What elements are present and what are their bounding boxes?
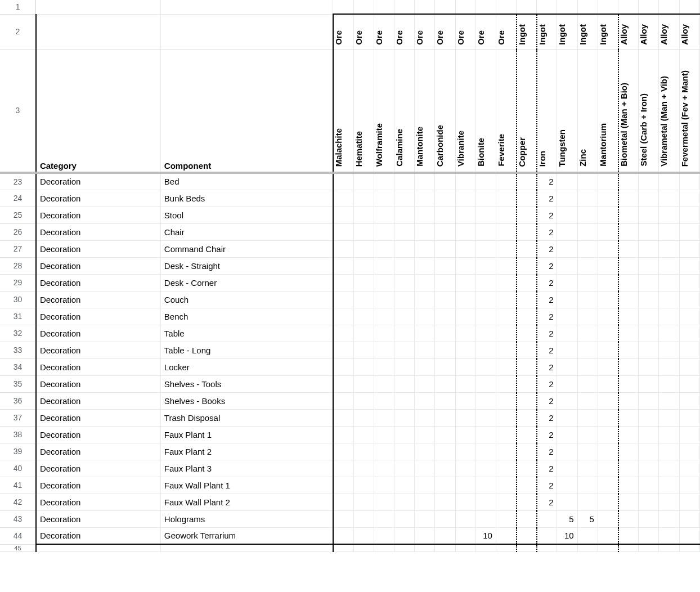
column-header-type[interactable]: Alloy xyxy=(659,14,679,49)
material-cell[interactable] xyxy=(394,308,414,325)
material-cell[interactable] xyxy=(496,223,516,240)
column-header-name[interactable]: Fevermetal (Fev + Mant) xyxy=(679,49,699,173)
cell[interactable] xyxy=(353,544,374,551)
material-cell[interactable] xyxy=(496,207,516,223)
material-cell[interactable] xyxy=(353,375,374,392)
material-cell[interactable] xyxy=(557,223,577,240)
material-cell[interactable] xyxy=(679,409,699,426)
category-cell[interactable]: Decoration xyxy=(36,358,160,375)
material-cell[interactable] xyxy=(557,274,577,291)
column-header-type[interactable]: Ingot xyxy=(598,14,618,49)
material-cell[interactable] xyxy=(598,308,618,325)
material-cell[interactable] xyxy=(394,460,414,477)
material-cell[interactable] xyxy=(496,460,516,477)
material-cell[interactable]: 2 xyxy=(537,358,557,375)
cell[interactable] xyxy=(618,544,639,551)
material-cell[interactable] xyxy=(537,527,557,544)
material-cell[interactable] xyxy=(598,342,618,358)
material-cell[interactable] xyxy=(374,527,394,544)
cell[interactable] xyxy=(374,0,394,14)
material-cell[interactable] xyxy=(455,190,475,207)
material-cell[interactable] xyxy=(455,494,475,510)
material-cell[interactable] xyxy=(415,223,435,240)
material-cell[interactable] xyxy=(517,494,537,510)
material-cell[interactable] xyxy=(659,494,679,510)
cell[interactable] xyxy=(659,0,679,14)
material-cell[interactable]: 2 xyxy=(537,223,557,240)
material-cell[interactable] xyxy=(598,358,618,375)
material-cell[interactable] xyxy=(557,443,577,460)
material-cell[interactable] xyxy=(598,375,618,392)
material-cell[interactable] xyxy=(475,240,496,257)
material-cell[interactable] xyxy=(415,477,435,494)
material-cell[interactable] xyxy=(415,207,435,223)
component-cell[interactable]: Faux Plant 2 xyxy=(160,443,333,460)
material-cell[interactable] xyxy=(639,460,659,477)
material-cell[interactable] xyxy=(353,342,374,358)
material-cell[interactable] xyxy=(415,308,435,325)
material-cell[interactable] xyxy=(415,527,435,544)
material-cell[interactable] xyxy=(659,240,679,257)
material-cell[interactable] xyxy=(455,426,475,443)
material-cell[interactable] xyxy=(618,375,639,392)
cell[interactable] xyxy=(455,0,475,14)
spreadsheet-table[interactable]: 12OreOreOreOreOreOreOreOreOreIngotIngotI… xyxy=(0,0,700,552)
material-cell[interactable] xyxy=(598,223,618,240)
material-cell[interactable] xyxy=(618,409,639,426)
material-cell[interactable] xyxy=(577,207,598,223)
material-cell[interactable] xyxy=(618,274,639,291)
material-cell[interactable] xyxy=(679,257,699,274)
category-cell[interactable]: Decoration xyxy=(36,426,160,443)
material-cell[interactable] xyxy=(374,257,394,274)
material-cell[interactable]: 10 xyxy=(557,527,577,544)
material-cell[interactable] xyxy=(455,358,475,375)
material-cell[interactable] xyxy=(659,358,679,375)
component-cell[interactable]: Bed xyxy=(160,173,333,190)
material-cell[interactable] xyxy=(577,325,598,342)
material-cell[interactable] xyxy=(598,274,618,291)
row-number[interactable]: 35 xyxy=(0,375,36,392)
cell[interactable] xyxy=(374,544,394,551)
material-cell[interactable] xyxy=(639,426,659,443)
material-cell[interactable] xyxy=(455,443,475,460)
material-cell[interactable] xyxy=(394,342,414,358)
row-number[interactable]: 1 xyxy=(0,0,36,14)
material-cell[interactable] xyxy=(394,207,414,223)
material-cell[interactable]: 2 xyxy=(537,240,557,257)
material-cell[interactable] xyxy=(455,257,475,274)
material-cell[interactable] xyxy=(435,325,455,342)
row-number[interactable]: 26 xyxy=(0,223,36,240)
component-cell[interactable]: Holograms xyxy=(160,510,333,527)
material-cell[interactable]: 2 xyxy=(537,274,557,291)
material-cell[interactable]: 2 xyxy=(537,207,557,223)
category-cell[interactable]: Decoration xyxy=(36,240,160,257)
material-cell[interactable] xyxy=(475,443,496,460)
material-cell[interactable]: 5 xyxy=(577,510,598,527)
material-cell[interactable]: 2 xyxy=(537,308,557,325)
material-cell[interactable] xyxy=(435,207,455,223)
material-cell[interactable] xyxy=(618,207,639,223)
material-cell[interactable] xyxy=(353,443,374,460)
cell[interactable] xyxy=(333,544,353,551)
material-cell[interactable] xyxy=(639,274,659,291)
material-cell[interactable] xyxy=(415,173,435,190)
material-cell[interactable] xyxy=(333,477,353,494)
material-cell[interactable] xyxy=(455,460,475,477)
material-cell[interactable] xyxy=(475,291,496,308)
column-header-type[interactable]: Ingot xyxy=(517,14,537,49)
cell[interactable] xyxy=(496,0,516,14)
material-cell[interactable] xyxy=(618,510,639,527)
material-cell[interactable] xyxy=(394,325,414,342)
material-cell[interactable] xyxy=(679,426,699,443)
material-cell[interactable] xyxy=(659,443,679,460)
material-cell[interactable] xyxy=(435,240,455,257)
material-cell[interactable] xyxy=(639,223,659,240)
material-cell[interactable] xyxy=(333,173,353,190)
material-cell[interactable] xyxy=(435,274,455,291)
material-cell[interactable] xyxy=(577,223,598,240)
cell[interactable] xyxy=(659,544,679,551)
material-cell[interactable] xyxy=(618,308,639,325)
material-cell[interactable] xyxy=(455,223,475,240)
material-cell[interactable] xyxy=(679,375,699,392)
material-cell[interactable] xyxy=(679,460,699,477)
